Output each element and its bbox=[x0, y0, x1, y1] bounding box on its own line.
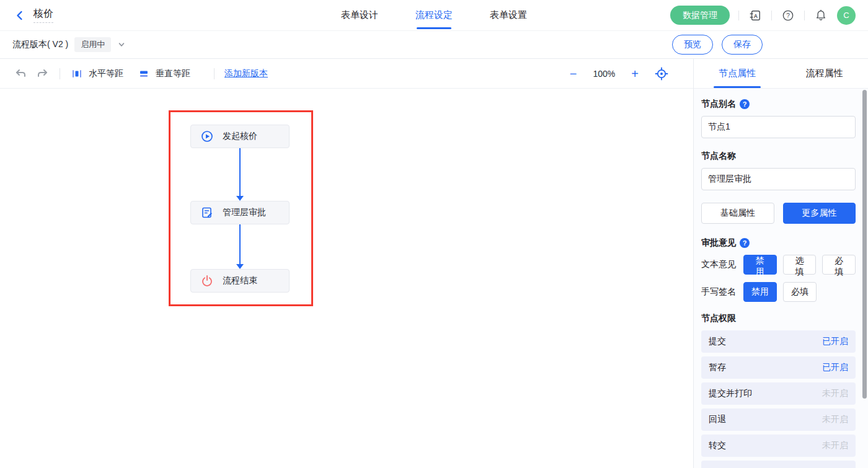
flow-node-end[interactable]: 流程结束 bbox=[190, 269, 290, 293]
undo-icon[interactable] bbox=[14, 67, 27, 81]
flow-version-label: 流程版本( V2 ) bbox=[12, 39, 68, 50]
node-name-section: 节点名称 bbox=[701, 151, 856, 162]
flow-node-start[interactable]: 发起核价 bbox=[190, 125, 290, 148]
signature-label: 手写签名 bbox=[701, 286, 743, 298]
preview-button[interactable]: 预览 bbox=[672, 35, 713, 55]
tab-flow-properties[interactable]: 流程属性 bbox=[781, 59, 868, 88]
permission-status: 未开启 bbox=[822, 414, 848, 425]
more-properties-button[interactable]: 更多属性 bbox=[783, 203, 856, 224]
properties-panel: 节点属性 流程属性 节点别名 ? 节点名称 基础属性 更多属性 审 bbox=[693, 59, 868, 468]
help-icon[interactable]: ? bbox=[781, 8, 795, 23]
power-icon bbox=[200, 273, 215, 288]
permission-row-transfer[interactable]: 转交 未开启 bbox=[701, 435, 856, 457]
save-button[interactable]: 保存 bbox=[722, 35, 763, 55]
arrow-down-icon bbox=[236, 264, 244, 269]
zoom-out-button[interactable]: − bbox=[570, 68, 577, 80]
permission-label: 回退 bbox=[709, 414, 726, 425]
header-tabs: 表单设计 流程设定 表单设置 bbox=[341, 0, 527, 31]
add-new-version-link[interactable]: 添加新版本 bbox=[224, 68, 268, 79]
permission-label: 暂存 bbox=[709, 362, 726, 373]
tab-form-setting[interactable]: 表单设置 bbox=[490, 0, 527, 31]
question-circle-icon[interactable]: ? bbox=[740, 238, 750, 248]
svg-text:?: ? bbox=[786, 12, 790, 19]
text-opinion-disable-button[interactable]: 禁用 bbox=[743, 255, 777, 275]
zoom-level: 100% bbox=[593, 69, 616, 79]
tab-node-properties[interactable]: 节点属性 bbox=[694, 59, 781, 88]
node-label: 发起核价 bbox=[223, 131, 257, 142]
app-window: 核价 表单设计 流程设定 表单设置 数据管理 A ? C 流程版本( V2 ) … bbox=[0, 0, 868, 468]
header-actions: 数据管理 A ? C bbox=[670, 6, 856, 25]
zoom-controls: − 100% + bbox=[570, 67, 680, 81]
permission-status: 已开启 bbox=[822, 362, 848, 373]
horizontal-distribute-button[interactable]: 水平等距 bbox=[70, 67, 123, 81]
text-opinion-optional-button[interactable]: 选填 bbox=[783, 255, 817, 275]
top-header: 核价 表单设计 流程设定 表单设置 数据管理 A ? C bbox=[0, 0, 868, 31]
text-opinion-label: 文本意见 bbox=[701, 259, 743, 270]
back-button[interactable] bbox=[12, 8, 27, 23]
play-circle-icon bbox=[200, 129, 215, 144]
version-actions: 预览 保存 bbox=[672, 35, 856, 55]
canvas-column: 水平等距 垂直等距 添加新版本 − 100% + bbox=[0, 59, 693, 468]
divider bbox=[60, 68, 60, 79]
document-edit-icon bbox=[200, 205, 215, 220]
approval-opinion-section: 审批意见 ? bbox=[701, 237, 856, 249]
vertical-distribute-button[interactable]: 垂直等距 bbox=[137, 67, 190, 81]
flow-edge bbox=[239, 224, 241, 264]
permission-label: 提交 bbox=[709, 336, 726, 347]
node-name-label: 节点名称 bbox=[701, 151, 736, 162]
flow-node-approval[interactable]: 管理层审批 bbox=[190, 201, 290, 224]
permission-row-rollback[interactable]: 回退 未开启 bbox=[701, 408, 856, 431]
node-alias-input[interactable] bbox=[701, 116, 856, 138]
bell-icon[interactable] bbox=[813, 8, 828, 23]
panel-tabs: 节点属性 流程属性 bbox=[694, 59, 868, 89]
divider bbox=[738, 11, 739, 20]
canvas-toolbar: 水平等距 垂直等距 添加新版本 − 100% + bbox=[0, 59, 693, 89]
contacts-icon[interactable]: A bbox=[748, 8, 763, 23]
permission-row-submit-print[interactable]: 提交并打印 未开启 bbox=[701, 382, 856, 405]
node-label: 流程结束 bbox=[223, 275, 257, 286]
main-area: 水平等距 垂直等距 添加新版本 − 100% + bbox=[0, 59, 868, 468]
permission-label: 转交 bbox=[709, 440, 726, 451]
data-manage-button[interactable]: 数据管理 bbox=[670, 6, 730, 25]
basic-properties-button[interactable]: 基础属性 bbox=[701, 203, 774, 224]
property-mode-buttons: 基础属性 更多属性 bbox=[701, 203, 856, 224]
tab-flow-setting[interactable]: 流程设定 bbox=[415, 0, 453, 31]
divider bbox=[771, 11, 772, 20]
chevron-left-icon bbox=[12, 8, 27, 23]
permission-row-save-draft[interactable]: 暂存 已开启 bbox=[701, 356, 856, 379]
vertical-distribute-icon bbox=[137, 67, 151, 81]
flow-canvas[interactable]: 发起核价 管理层审批 流程结束 bbox=[0, 89, 693, 468]
node-label: 管理层审批 bbox=[223, 207, 266, 218]
horizontal-distribute-icon bbox=[70, 67, 84, 81]
text-opinion-options: 禁用 选填 必填 bbox=[743, 255, 856, 275]
text-opinion-required-button[interactable]: 必填 bbox=[822, 255, 856, 275]
arrow-down-icon bbox=[236, 196, 244, 201]
signature-disable-button[interactable]: 禁用 bbox=[743, 282, 777, 302]
panel-scrollbar[interactable] bbox=[862, 90, 867, 399]
svg-text:A: A bbox=[754, 12, 758, 19]
permission-status: 未开启 bbox=[822, 440, 848, 451]
redo-icon[interactable] bbox=[36, 67, 50, 81]
divider bbox=[214, 68, 215, 79]
vertical-distribute-label: 垂直等距 bbox=[156, 68, 190, 79]
permission-status: 已开启 bbox=[822, 336, 848, 347]
fit-view-icon[interactable] bbox=[655, 67, 668, 81]
approval-opinion-label: 审批意见 bbox=[701, 237, 736, 249]
node-alias-section: 节点别名 ? bbox=[701, 99, 856, 110]
node-permissions-section: 节点权限 bbox=[701, 313, 856, 324]
question-circle-icon[interactable]: ? bbox=[740, 99, 750, 109]
divider bbox=[804, 11, 805, 20]
version-dropdown[interactable] bbox=[117, 40, 126, 49]
signature-required-button[interactable]: 必填 bbox=[783, 282, 817, 302]
version-bar: 流程版本( V2 ) 启用中 预览 保存 bbox=[0, 31, 868, 59]
permission-row-partial[interactable] bbox=[701, 461, 856, 468]
tab-form-design[interactable]: 表单设计 bbox=[341, 0, 378, 31]
permission-status: 未开启 bbox=[822, 388, 848, 399]
page-title: 核价 bbox=[33, 7, 53, 23]
node-name-input[interactable] bbox=[701, 168, 856, 190]
zoom-in-button[interactable]: + bbox=[631, 68, 639, 80]
user-avatar[interactable]: C bbox=[837, 6, 856, 25]
node-permissions-label: 节点权限 bbox=[701, 313, 736, 324]
permission-row-submit[interactable]: 提交 已开启 bbox=[701, 330, 856, 353]
permission-label: 提交并打印 bbox=[709, 388, 752, 399]
